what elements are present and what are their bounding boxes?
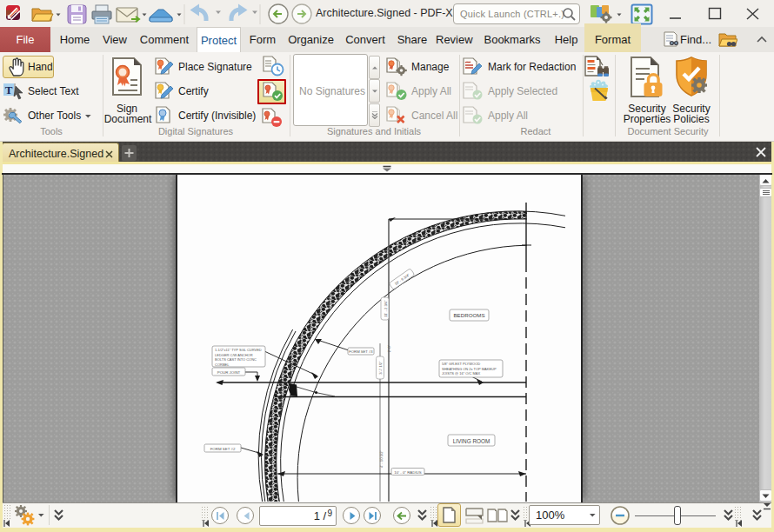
svg-text:10' - 0" RADIUS: 10' - 0" RADIUS (394, 470, 422, 475)
svg-text:5/8" GR.EXT PLYWOOD: 5/8" GR.EXT PLYWOOD (442, 362, 480, 366)
svg-text:4' - 10 1/2": 4' - 10 1/2" (379, 450, 384, 468)
svg-text:3'-7 1/2": 3'-7 1/2" (378, 361, 383, 375)
svg-text:FORM SET #3: FORM SET #3 (349, 349, 373, 354)
svg-text:CORBEL: CORBEL (215, 362, 230, 367)
svg-text:T: T (5, 83, 13, 96)
svg-text:1-1/2"x11" TYP SGL CURVED: 1-1/2"x11" TYP SGL CURVED (215, 348, 262, 352)
svg-text:2'-0": 2'-0" (387, 344, 391, 352)
svg-text:JOISTS @ 16" O/C MAX: JOISTS @ 16" O/C MAX (442, 371, 480, 376)
svg-text:FORM SET #2: FORM SET #2 (210, 447, 236, 451)
svg-text:SHEATHING ON 2x TOP MAKEUP: SHEATHING ON 2x TOP MAKEUP (442, 367, 497, 371)
svg-text:BEDROOMS: BEDROOMS (453, 312, 484, 318)
svg-text:POUR JOINT: POUR JOINT (217, 370, 241, 375)
svg-text:LEDGER C/W ANCHOR: LEDGER C/W ANCHOR (215, 353, 253, 357)
svg-text:11' - 2 3/4": 11' - 2 3/4" (384, 300, 388, 317)
svg-text:LIVING ROOM: LIVING ROOM (453, 438, 490, 444)
svg-text:BOLTS CAST INTO CONC: BOLTS CAST INTO CONC (215, 357, 257, 362)
